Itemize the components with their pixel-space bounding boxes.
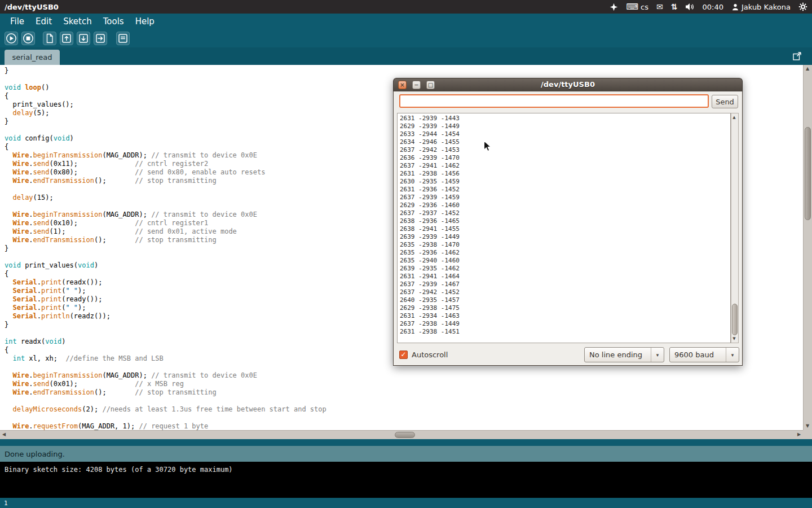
line-ending-select[interactable]: No line ending ▾ [584,347,664,362]
app-indicator[interactable] [610,3,618,11]
serial-line: 2631 -2934 -1463 [400,312,728,320]
serial-line: 2633 -2944 -1454 [400,130,728,138]
serial-monitor-title: /dev/ttyUSB0 [394,80,742,89]
serial-monitor-body: Send 2631 -2939 -14432629 -2939 -1449263… [393,91,743,366]
serial-monitor-titlebar[interactable]: × − □ /dev/ttyUSB0 [393,78,743,91]
serial-output-scrollbar[interactable]: ▲ ▼ [731,113,739,343]
scroll-up-icon[interactable]: ▲ [731,113,738,121]
save-sketch-icon [77,32,90,45]
serial-line: 2638 -2936 -1465 [400,217,728,225]
keyboard-icon: ⌨ [626,3,638,11]
tab-menu-button[interactable] [792,51,803,62]
serial-send-input[interactable] [399,94,709,108]
check-icon: ✓ [400,351,406,358]
save-button[interactable] [77,32,90,45]
code-line: Wire.endTransmission(); // stop transmit… [5,388,803,397]
serial-monitor-window: × − □ /dev/ttyUSB0 Send 2631 -2939 -1443… [393,78,743,366]
build-console[interactable]: Binary sketch size: 4208 bytes (of a 307… [0,462,812,498]
tab-strip: serial_read [0,47,812,65]
autoscroll-label: Autoscroll [412,351,448,359]
status-message: Done uploading. [5,450,65,458]
username: Jakub Kakona [742,3,791,11]
status-bar: Done uploading. [0,446,812,462]
serial-line: 2637 -2938 -1449 [400,320,728,328]
serial-line: 2639 -2935 -1462 [400,265,728,273]
serial-line: 2640 -2935 -1457 [400,296,728,304]
autoscroll-checkbox[interactable]: ✓ [399,351,408,359]
stop-icon [22,32,34,45]
editor-vertical-scrollbar[interactable]: ▲ ▼ [803,65,812,430]
send-button[interactable]: Send [712,95,738,108]
serial-line: 2639 -2939 -1449 [400,233,728,241]
serial-line: 2637 -2942 -1453 [400,146,728,154]
serial-line: 2635 -2936 -1462 [400,249,728,257]
scroll-left-icon[interactable]: ◀ [0,431,8,439]
serial-line: 2629 -2936 -1460 [400,202,728,209]
editor-horizontal-scrollbar[interactable]: ◀ ▶ [0,430,803,439]
editor-vscroll-thumb[interactable] [805,127,811,220]
console-text: Binary sketch size: 4208 bytes (of a 307… [5,466,233,474]
indicator-area: ⌨ cs ✉ ⇅ 00:40 Jakub Kakona [610,2,807,11]
scroll-right-icon[interactable]: ▶ [795,431,803,439]
line-number-bar: 1 [0,498,812,508]
scrollbar-corner [803,430,812,439]
baud-rate-value: 9600 baud [670,351,726,359]
line-number: 1 [4,500,8,507]
serial-scroll-thumb[interactable] [732,304,738,335]
scroll-up-icon[interactable]: ▲ [804,65,811,73]
line-ending-value: No line ending [585,351,651,359]
open-button[interactable] [60,32,73,45]
code-line: delayMicroseconds(2); //needs at least 1… [5,405,803,414]
menu-tools[interactable]: Tools [98,14,130,29]
serial-line: 2637 -2939 -1467 [400,281,728,288]
baud-rate-select[interactable]: 9600 baud ▾ [669,347,739,362]
speaker-icon [685,3,694,11]
scroll-down-icon[interactable]: ▼ [804,422,811,430]
user-menu[interactable]: Jakub Kakona [731,3,791,11]
open-sketch-icon [60,32,73,45]
serial-monitor-button[interactable] [116,32,130,45]
messaging-indicator[interactable]: ✉ [656,2,663,11]
code-line: Wire.requestFrom(MAG_ADDR, 1); // reques… [5,422,803,430]
serial-line: 2630 -2935 -1459 [400,178,728,186]
session-menu[interactable] [798,2,807,11]
code-line: Wire.send(0x01); // x MSB reg [5,380,803,388]
upload-icon [94,32,107,45]
serial-line: 2637 -2941 -1462 [400,162,728,170]
serial-output[interactable]: 2631 -2939 -14432629 -2939 -14492633 -29… [397,113,731,343]
serial-monitor-icon [117,32,129,45]
serial-line: 2631 -2941 -1464 [400,273,728,281]
tab-serial-read[interactable]: serial_read [5,50,60,65]
new-button[interactable] [43,32,56,45]
serial-line: 2631 -2936 -1452 [400,186,728,194]
menu-bar: FileEditSketchToolsHelp [0,14,812,29]
new-sketch-icon [43,32,56,45]
star-indicator-icon [610,3,618,11]
tab-menu-icon [792,51,802,61]
serial-line: 2635 -2938 -1470 [400,241,728,249]
menu-help[interactable]: Help [130,14,160,29]
serial-line: 2637 -2939 -1459 [400,194,728,202]
status-strip [0,439,812,446]
editor-hscroll-thumb[interactable] [395,432,415,438]
menu-file[interactable]: File [5,14,30,29]
scroll-down-icon[interactable]: ▼ [731,335,738,343]
code-line [5,397,803,405]
top-panel: /dev/ttyUSB0 ⌨ cs ✉ ⇅ 00:40 Jakub Kakona [0,0,812,14]
gear-icon [798,2,807,11]
chevron-down-icon: ▾ [726,348,739,362]
code-line: } [5,67,803,75]
volume-indicator[interactable] [685,3,694,11]
keyboard-layout-indicator[interactable]: ⌨ cs [626,3,648,11]
verify-button[interactable] [5,32,18,45]
serial-line: 2637 -2942 -1452 [400,288,728,296]
upload-button[interactable] [94,32,107,45]
menu-edit[interactable]: Edit [30,14,58,29]
stop-button[interactable] [21,32,35,45]
serial-line: 2635 -2940 -1460 [400,257,728,265]
verify-icon [5,32,17,45]
network-indicator[interactable]: ⇅ [671,2,678,11]
menu-sketch[interactable]: Sketch [58,14,98,29]
serial-line: 2638 -2941 -1455 [400,225,728,233]
clock[interactable]: 00:40 [702,3,723,11]
